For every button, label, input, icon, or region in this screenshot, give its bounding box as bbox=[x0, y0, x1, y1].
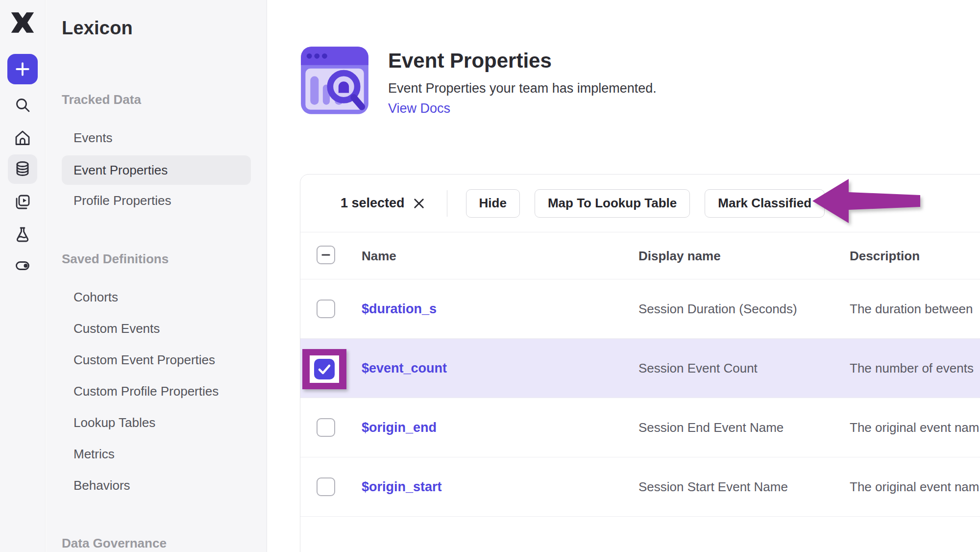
create-plus-button[interactable] bbox=[7, 54, 38, 84]
page-title: Event Properties bbox=[388, 49, 552, 73]
row-checkbox[interactable] bbox=[317, 477, 335, 496]
section-tracked-data: Tracked Data bbox=[62, 90, 141, 109]
sidebar-item-custom-events[interactable]: Custom Events bbox=[74, 319, 160, 338]
map-to-lookup-table-button[interactable]: Map To Lookup Table bbox=[535, 189, 690, 218]
sidebar-item-metrics[interactable]: Metrics bbox=[74, 444, 115, 464]
column-header-description[interactable]: Description bbox=[850, 248, 920, 263]
property-description: The duration between bbox=[850, 301, 973, 317]
property-display-name: Session Start Event Name bbox=[638, 479, 788, 495]
event-properties-card: 1 selected Hide Map To Lookup Table Mark… bbox=[300, 174, 980, 552]
column-header-display-name[interactable]: Display name bbox=[638, 248, 721, 263]
plus-icon bbox=[15, 62, 30, 76]
row-checkbox[interactable] bbox=[317, 418, 335, 437]
row-checkbox[interactable] bbox=[317, 300, 335, 318]
section-data-governance: Data Governance bbox=[62, 533, 167, 552]
home-icon[interactable] bbox=[13, 128, 32, 148]
sidebar-item-custom-event-properties[interactable]: Custom Event Properties bbox=[74, 350, 215, 370]
rail-item-data-selected[interactable] bbox=[8, 154, 37, 184]
sidebar-item-events[interactable]: Events bbox=[74, 128, 113, 148]
sidebar-item-label: Event Properties bbox=[74, 163, 168, 178]
toggle-icon[interactable] bbox=[13, 256, 32, 276]
icon-rail bbox=[0, 0, 46, 552]
property-description: The number of events bbox=[850, 361, 974, 376]
boards-icon[interactable] bbox=[13, 192, 32, 212]
property-name-link[interactable]: $origin_start bbox=[362, 479, 442, 495]
property-display-name: Session Duration (Seconds) bbox=[638, 301, 797, 317]
sidebar-item-custom-profile-properties[interactable]: Custom Profile Properties bbox=[74, 381, 219, 401]
property-display-name: Session End Event Name bbox=[638, 420, 784, 435]
search-icon[interactable] bbox=[13, 95, 32, 115]
row-checkbox-checked[interactable] bbox=[314, 359, 335, 379]
mark-classified-button[interactable]: Mark Classified bbox=[705, 189, 825, 218]
property-name-link[interactable]: $origin_end bbox=[362, 420, 437, 435]
database-icon bbox=[13, 159, 32, 179]
sidebar-item-event-properties-selected[interactable]: Event Properties bbox=[62, 155, 251, 185]
sidebar-item-profile-properties[interactable]: Profile Properties bbox=[74, 191, 171, 210]
selected-count-label: 1 selected bbox=[341, 196, 405, 211]
annotation-highlight-inner bbox=[310, 355, 339, 383]
lexicon-sidebar: Lexicon Tracked Data Events Event Proper… bbox=[46, 0, 267, 552]
event-properties-illustration-icon bbox=[300, 46, 369, 115]
table-row[interactable]: $duration_s Session Duration (Seconds) T… bbox=[300, 279, 980, 339]
section-saved-definitions: Saved Definitions bbox=[62, 249, 169, 269]
hide-button[interactable]: Hide bbox=[466, 189, 520, 218]
toolbar-divider bbox=[447, 190, 447, 217]
page-subtitle: Event Properties your team has implement… bbox=[388, 81, 657, 96]
mixpanel-logo-icon[interactable] bbox=[11, 12, 34, 33]
sidebar-item-cohorts[interactable]: Cohorts bbox=[74, 287, 118, 307]
table-row[interactable]: $origin_start Session Start Event Name T… bbox=[300, 457, 980, 517]
experiments-flask-icon[interactable] bbox=[13, 225, 32, 244]
clear-selection-icon[interactable] bbox=[413, 197, 425, 210]
sidebar-item-behaviors[interactable]: Behaviors bbox=[74, 476, 130, 495]
column-header-name[interactable]: Name bbox=[362, 248, 396, 263]
property-description: The original event nam bbox=[850, 479, 979, 495]
table-header-row: Name Display name Description bbox=[300, 232, 980, 279]
annotation-left-arrow-icon bbox=[809, 176, 923, 230]
sidebar-title: Lexicon bbox=[62, 18, 133, 39]
table-row[interactable]: $origin_end Session End Event Name The o… bbox=[300, 398, 980, 457]
view-docs-link[interactable]: View Docs bbox=[388, 101, 450, 116]
property-name-link[interactable]: $event_count bbox=[362, 361, 447, 376]
property-display-name: Session Event Count bbox=[638, 361, 758, 376]
property-description: The original event nam bbox=[850, 420, 979, 435]
annotation-highlight-box bbox=[302, 349, 346, 389]
select-all-checkbox-indeterminate[interactable] bbox=[317, 246, 335, 264]
property-name-link[interactable]: $duration_s bbox=[362, 301, 437, 317]
sidebar-item-lookup-tables[interactable]: Lookup Tables bbox=[74, 413, 155, 432]
table-row-selected[interactable]: $event_count Session Event Count The num… bbox=[300, 339, 980, 398]
check-icon bbox=[314, 359, 335, 379]
